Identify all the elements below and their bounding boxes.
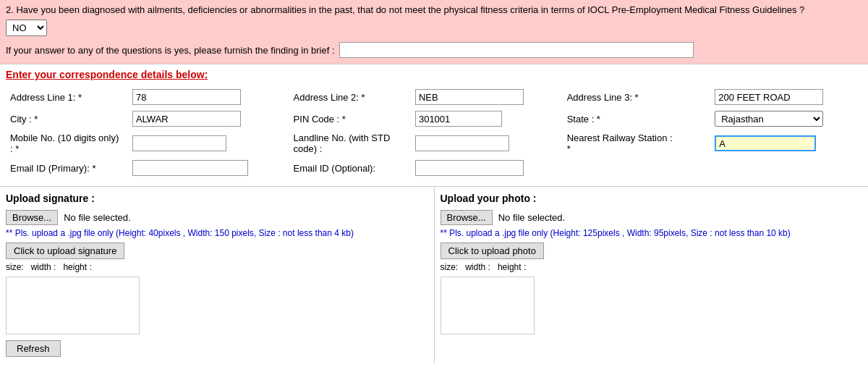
signature-browse-button[interactable]: Browse... (6, 210, 58, 225)
address2-input[interactable] (415, 89, 524, 105)
correspondence-header: Enter your correspondence details below: (6, 69, 862, 80)
photo-browse-button[interactable]: Browse... (441, 210, 493, 225)
address1-input[interactable] (132, 89, 241, 105)
landline-input[interactable] (415, 135, 509, 151)
state-select[interactable]: Rajasthan Delhi Maharashtra Gujarat Punj… (715, 111, 823, 127)
signature-hint: ** Pls. upload a .jpg file only (Height:… (6, 228, 428, 238)
signature-preview (6, 277, 140, 334)
address1-label: Address Line 1: * (6, 86, 128, 108)
address2-label: Address Line 2: * (289, 86, 411, 108)
email-primary-label: Email ID (Primary): * (6, 157, 128, 179)
email-primary-input[interactable] (132, 160, 248, 176)
address3-input[interactable] (715, 89, 823, 105)
state-label: State : * (563, 108, 711, 130)
signature-size-info: size: width : height : (6, 262, 428, 272)
signature-no-file: No file selected. (64, 212, 131, 223)
photo-no-file: No file selected. (498, 212, 566, 223)
question2-text: 2. Have you been diagnosed with ailments… (6, 4, 862, 15)
mobile-input[interactable] (132, 135, 226, 151)
refresh-button[interactable]: Refresh (6, 340, 61, 357)
email-optional-label: Email ID (Optional): (289, 157, 411, 179)
pin-label: PIN Code : * (289, 108, 411, 130)
upload-photo-button[interactable]: Click to upload photo (441, 243, 544, 259)
city-input[interactable] (132, 111, 241, 127)
photo-hint: ** Pls. upload a .jpg file only (Height:… (441, 228, 863, 238)
nearest-railway-label: Nearest Railway Station : * (563, 130, 711, 157)
photo-size-info: size: width : height : (441, 262, 863, 272)
nearest-railway-input[interactable] (715, 135, 816, 151)
landline-label: Landline No. (with STD code) : (289, 130, 411, 157)
mobile-label: Mobile No. (10 digits only) : * (6, 130, 128, 157)
finding-input[interactable] (339, 42, 694, 58)
city-label: City : * (6, 108, 128, 130)
address3-label: Address Line 3: * (563, 86, 711, 108)
email-optional-input[interactable] (415, 160, 524, 176)
pin-input[interactable] (415, 111, 502, 127)
upload-photo-title: Upload your photo : (441, 193, 863, 204)
photo-preview (441, 277, 535, 334)
upload-signature-button[interactable]: Click to upload signature (6, 243, 124, 259)
question2-answer-select[interactable]: NO YES (6, 20, 47, 36)
upload-signature-title: Upload signature : (6, 193, 428, 204)
finding-label: If your answer to any of the questions i… (6, 45, 335, 56)
